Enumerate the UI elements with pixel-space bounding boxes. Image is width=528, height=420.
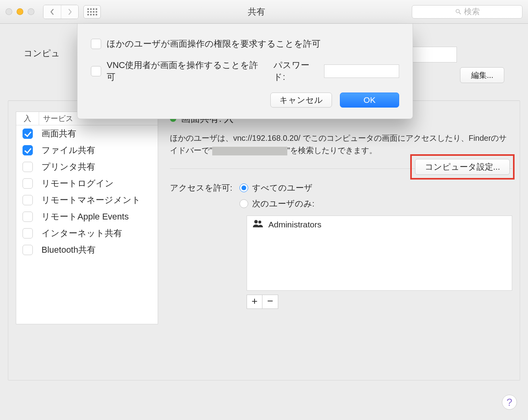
service-checkbox[interactable]	[23, 195, 33, 205]
service-label: リモートマネージメント	[41, 194, 141, 206]
forward-button[interactable]	[61, 5, 78, 19]
search-placeholder: 検索	[464, 6, 480, 17]
service-row[interactable]: Bluetooth共有	[16, 242, 158, 258]
service-row[interactable]: 画面共有	[16, 125, 158, 142]
service-row[interactable]: リモートApple Events	[16, 208, 158, 225]
col-header-on: 入	[16, 112, 39, 125]
add-user-button[interactable]: +	[247, 295, 262, 309]
service-row[interactable]: プリンタ共有	[16, 159, 158, 175]
remove-user-button[interactable]: −	[262, 295, 278, 309]
service-row[interactable]: リモートマネージメント	[16, 192, 158, 208]
computer-settings-sheet: ほかのユーザが画面操作の権限を要求することを許可 VNC使用者が画面を操作するこ…	[77, 24, 413, 119]
help-button[interactable]: ?	[502, 395, 517, 410]
window-toolbar: 共有 検索	[0, 0, 528, 24]
svg-point-2	[254, 220, 258, 223]
access-label: アクセスを許可:	[170, 182, 232, 193]
window-title: 共有	[106, 6, 407, 18]
user-list[interactable]: Administrators	[247, 216, 512, 291]
service-checkbox[interactable]	[23, 228, 33, 238]
close-icon[interactable]	[6, 8, 12, 15]
cancel-button[interactable]: キャンセル	[270, 93, 332, 108]
highlight-box: コンピュータ設定...	[410, 154, 515, 180]
svg-point-0	[456, 9, 459, 13]
service-checkbox[interactable]	[23, 212, 33, 222]
svg-line-1	[459, 13, 460, 14]
search-field[interactable]: 検索	[412, 5, 522, 19]
grid-icon	[87, 8, 97, 15]
svg-point-3	[258, 221, 261, 223]
user-name: Administrators	[268, 220, 321, 229]
service-label: リモートApple Events	[41, 211, 129, 223]
allow-request-label: ほかのユーザが画面操作の権限を要求することを許可	[107, 38, 321, 50]
service-checkbox[interactable]	[23, 145, 33, 155]
list-item: Administrators	[247, 216, 512, 233]
status-description: ほかのユーザは、vnc://192.168.0.20/ でこのコンピュータの画面…	[170, 132, 512, 157]
traffic-lights	[6, 8, 34, 15]
service-label: Bluetooth共有	[41, 244, 96, 256]
computer-settings-button[interactable]: コンピュータ設定...	[415, 159, 510, 175]
radio-all-users-label: すべてのユーザ	[252, 182, 313, 193]
show-all-button[interactable]	[83, 5, 101, 19]
service-row[interactable]: インターネット共有	[16, 225, 158, 242]
service-label: インターネット共有	[41, 227, 122, 239]
password-label: パスワード:	[273, 59, 319, 83]
back-button[interactable]	[43, 5, 61, 19]
nav-back-forward	[43, 5, 79, 19]
service-label: 画面共有	[41, 128, 76, 140]
allow-request-checkbox[interactable]	[91, 39, 101, 49]
computer-name-field[interactable]	[405, 47, 457, 62]
service-row[interactable]: ファイル共有	[16, 142, 158, 159]
users-icon	[253, 219, 264, 230]
service-label: ファイル共有	[41, 144, 95, 156]
service-checkbox[interactable]	[23, 162, 33, 172]
service-row[interactable]: リモートログイン	[16, 175, 158, 192]
services-table: 入 サービス 画面共有ファイル共有プリンタ共有リモートログインリモートマネージメ…	[16, 112, 158, 324]
search-icon	[455, 8, 462, 15]
service-label: リモートログイン	[41, 178, 114, 189]
radio-only-users-label: 次のユーザのみ:	[252, 198, 315, 209]
service-checkbox[interactable]	[23, 129, 33, 139]
vnc-control-checkbox[interactable]	[91, 66, 101, 76]
detail-pane: 画面共有: 入 ほかのユーザは、vnc://192.168.0.20/ でこのコ…	[170, 112, 512, 404]
ok-button[interactable]: OK	[340, 93, 399, 108]
zoom-icon[interactable]	[28, 8, 34, 15]
service-checkbox[interactable]	[23, 178, 33, 189]
computer-name-label: コンピュ	[24, 47, 60, 59]
service-checkbox[interactable]	[23, 245, 33, 255]
radio-all-users[interactable]	[239, 184, 248, 192]
edit-button[interactable]: 編集...	[460, 67, 504, 83]
minimize-icon[interactable]	[17, 8, 23, 15]
vnc-password-field[interactable]	[324, 64, 399, 78]
redacted-hostname	[212, 147, 287, 155]
vnc-control-label: VNC使用者が画面を操作することを許可	[107, 59, 258, 83]
service-label: プリンタ共有	[41, 161, 95, 173]
radio-only-users[interactable]	[239, 199, 248, 208]
